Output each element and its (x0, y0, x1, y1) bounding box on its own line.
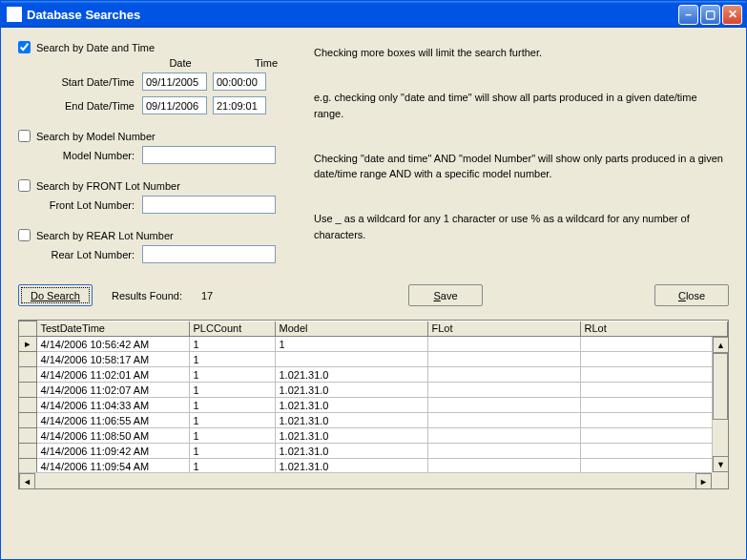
model-number-input[interactable] (142, 146, 276, 164)
model-section: Search by Model Number Model Number: (18, 130, 295, 164)
cell-flot[interactable] (427, 383, 580, 398)
row-selector[interactable] (19, 367, 36, 383)
scroll-down-icon[interactable]: ▼ (713, 456, 729, 472)
search-by-rear-lot-checkbox[interactable] (18, 229, 31, 241)
time-header: Time (238, 57, 295, 69)
rear-lot-input[interactable] (142, 245, 276, 263)
cell-model[interactable]: 1.021.31.0 (275, 428, 427, 444)
row-selector[interactable] (19, 383, 36, 398)
cell-plccount[interactable]: 1 (189, 413, 275, 428)
cell-rlot[interactable] (580, 428, 728, 444)
table-row[interactable]: 4/14/2006 11:06:55 AM11.021.31.0 (19, 413, 728, 428)
horizontal-scrollbar[interactable]: ◄ ► (19, 472, 712, 488)
window: Database Searches – ▢ ✕ Search by Date a… (0, 0, 747, 560)
start-date-input[interactable] (142, 73, 207, 91)
cell-model[interactable]: 1.021.31.0 (275, 367, 427, 383)
table-row[interactable]: 4/14/2006 11:04:33 AM11.021.31.0 (19, 398, 728, 413)
do-search-button[interactable]: Do Search (18, 284, 93, 306)
search-by-model-label: Search by Model Number (36, 131, 156, 142)
table-row[interactable]: 4/14/2006 11:08:50 AM11.021.31.0 (19, 428, 728, 444)
table-row[interactable]: ▸4/14/2006 10:56:42 AM11 (19, 337, 728, 352)
row-selector[interactable] (19, 428, 36, 444)
cell-rlot[interactable] (580, 413, 728, 428)
cell-model[interactable]: 1.021.31.0 (275, 383, 427, 398)
cell-testdatetime[interactable]: 4/14/2006 10:58:17 AM (36, 352, 189, 367)
search-by-date-checkbox[interactable] (18, 41, 31, 53)
titlebar: Database Searches – ▢ ✕ (1, 1, 746, 28)
cell-testdatetime[interactable]: 4/14/2006 11:08:50 AM (36, 428, 189, 444)
help-line-3: Checking "date and time" AND "model Numb… (314, 151, 729, 182)
cell-testdatetime[interactable]: 4/14/2006 11:02:07 AM (36, 383, 189, 398)
end-time-input[interactable] (213, 96, 266, 114)
cell-plccount[interactable]: 1 (189, 444, 275, 459)
column-header-rlot[interactable]: RLot (580, 321, 728, 337)
search-by-front-lot-label: Search by FRONT Lot Number (36, 180, 180, 192)
help-line-1: Checking more boxes will limit the searc… (314, 45, 729, 61)
front-lot-input[interactable] (142, 196, 276, 214)
cell-rlot[interactable] (580, 337, 728, 352)
cell-plccount[interactable]: 1 (189, 352, 275, 367)
results-grid[interactable]: TestDateTimePLCCountModelFLotRLot ▸4/14/… (18, 320, 729, 489)
help-line-2: e.g. checking only "date and time" will … (314, 90, 729, 121)
row-selector[interactable] (19, 413, 36, 428)
scroll-thumb[interactable] (713, 353, 728, 420)
cell-testdatetime[interactable]: 4/14/2006 10:56:42 AM (36, 337, 189, 352)
cell-model[interactable] (275, 352, 427, 367)
row-selector[interactable] (19, 444, 36, 459)
scroll-right-icon[interactable]: ► (695, 473, 712, 489)
scroll-up-icon[interactable]: ▲ (713, 337, 729, 353)
cell-rlot[interactable] (580, 444, 728, 459)
rear-lot-section: Search by REAR Lot Number Rear Lot Numbe… (18, 229, 295, 263)
close-window-button[interactable]: ✕ (722, 5, 742, 25)
minimize-button[interactable]: – (678, 5, 698, 25)
cell-plccount[interactable]: 1 (189, 428, 275, 444)
cell-model[interactable]: 1.021.31.0 (275, 398, 427, 413)
cell-flot[interactable] (427, 413, 580, 428)
column-header-flot[interactable]: FLot (427, 321, 580, 337)
cell-plccount[interactable]: 1 (189, 367, 275, 383)
table-row[interactable]: 4/14/2006 10:58:17 AM1 (19, 352, 728, 367)
cell-plccount[interactable]: 1 (189, 337, 275, 352)
end-date-input[interactable] (142, 96, 207, 114)
table-row[interactable]: 4/14/2006 11:09:42 AM11.021.31.0 (19, 444, 728, 459)
cell-rlot[interactable] (580, 352, 728, 367)
cell-flot[interactable] (427, 444, 580, 459)
cell-model[interactable]: 1.021.31.0 (275, 444, 427, 459)
table-row[interactable]: 4/14/2006 11:02:01 AM11.021.31.0 (19, 367, 728, 383)
search-by-model-checkbox[interactable] (18, 130, 31, 142)
column-header-plccount[interactable]: PLCCount (189, 321, 275, 337)
window-title: Database Searches (27, 8, 678, 22)
column-header-model[interactable]: Model (275, 321, 427, 337)
scroll-left-icon[interactable]: ◄ (19, 473, 35, 489)
save-button[interactable]: Save (408, 284, 483, 306)
row-selector[interactable] (19, 398, 36, 413)
table-row[interactable]: 4/14/2006 11:02:07 AM11.021.31.0 (19, 383, 728, 398)
help-line-4: Use _ as a wildcard for any 1 character … (314, 211, 729, 242)
cell-rlot[interactable] (580, 383, 728, 398)
vertical-scrollbar[interactable]: ▲ ▼ (712, 337, 728, 472)
cell-rlot[interactable] (580, 398, 728, 413)
cell-flot[interactable] (427, 367, 580, 383)
cell-testdatetime[interactable]: 4/14/2006 11:04:33 AM (36, 398, 189, 413)
date-time-section: Search by Date and Time Date Time Start … (18, 41, 295, 114)
search-by-front-lot-checkbox[interactable] (18, 179, 31, 192)
column-header-testdatetime[interactable]: TestDateTime (36, 321, 189, 337)
cell-rlot[interactable] (580, 367, 728, 383)
cell-model[interactable]: 1 (275, 337, 427, 352)
cell-testdatetime[interactable]: 4/14/2006 11:02:01 AM (36, 367, 189, 383)
end-date-label: End Date/Time (18, 100, 142, 112)
row-selector[interactable] (19, 352, 36, 367)
cell-testdatetime[interactable]: 4/14/2006 11:09:42 AM (36, 444, 189, 459)
close-button[interactable]: Close (654, 284, 729, 306)
row-selector[interactable]: ▸ (19, 337, 36, 352)
cell-plccount[interactable]: 1 (189, 398, 275, 413)
cell-testdatetime[interactable]: 4/14/2006 11:06:55 AM (36, 413, 189, 428)
cell-plccount[interactable]: 1 (189, 383, 275, 398)
start-time-input[interactable] (213, 73, 266, 91)
cell-flot[interactable] (427, 398, 580, 413)
cell-flot[interactable] (427, 352, 580, 367)
maximize-button[interactable]: ▢ (700, 5, 720, 25)
cell-model[interactable]: 1.021.31.0 (275, 413, 427, 428)
cell-flot[interactable] (427, 428, 580, 444)
cell-flot[interactable] (427, 337, 580, 352)
